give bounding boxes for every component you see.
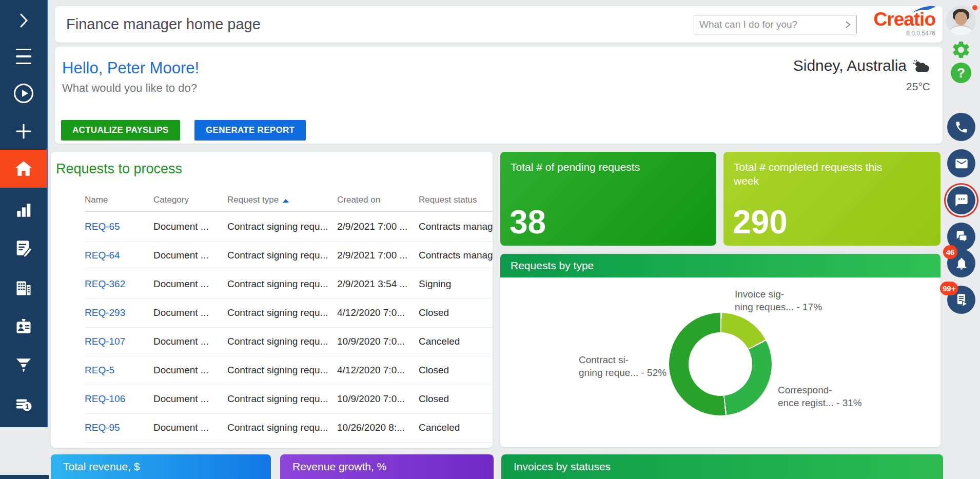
messages-icon [954,230,969,244]
header-divider [85,211,493,212]
request-link[interactable]: REQ-5 [85,365,114,375]
table-row[interactable]: REQ-107Document ...Contract signing requ… [51,327,493,356]
document-edit-icon [14,239,33,258]
column-header-name[interactable]: Name [85,191,149,209]
sidebar-run-process-button[interactable] [0,82,47,105]
help-icon: ? [957,65,965,81]
cell-request-status: Closed [419,356,493,385]
request-link[interactable]: REQ-95 [85,422,120,433]
cell-request-status: Closed [419,385,493,413]
column-header-category[interactable]: Category [153,191,224,209]
email-button[interactable] [947,149,975,177]
presence-dot [971,4,978,11]
weather-cloud-icon [912,59,930,72]
sidebar-expand-button[interactable] [0,9,47,32]
greeting-title: Hello, Peter Moore! [62,59,199,77]
creatio-logo: Creatio 8.0.0.5476 [864,10,935,37]
sidebar-item-finances[interactable]: 1 [0,392,47,416]
actualize-payslips-button[interactable]: ACTUALIZE PAYSLIPS [61,120,180,141]
phone-button[interactable] [947,113,975,141]
cell-category: Document ... [153,212,224,241]
run-process-icon [14,84,33,103]
request-link[interactable]: REQ-65 [85,221,120,232]
table-row[interactable]: REQ-106Document ...Contract signing requ… [51,385,493,413]
cell-request-type: Contract signing requ... [227,298,334,327]
generate-report-button[interactable]: GENERATE REPORT [194,120,306,141]
cell-created-on: 4/12/2020 7:0... [337,298,415,327]
sidebar-bottom-strip [0,475,49,479]
sidebar-menu-button[interactable] [0,46,47,67]
command-line[interactable] [694,15,857,34]
funnel-icon [14,356,33,374]
chat-button[interactable] [947,186,975,214]
table-row[interactable]: REQ-293Document ...Contract signing requ… [51,298,493,327]
revenue-growth-widget: Revenue growth, % [280,454,494,479]
sidebar-item-home[interactable] [0,150,47,188]
cell-request-status: Closed [419,298,493,327]
notifications-badge: 46 [943,245,957,259]
user-avatar[interactable] [946,6,976,35]
table-row[interactable]: REQ-362Document ...Contract signing requ… [51,270,493,298]
table-row[interactable]: REQ-65Document ...Contract signing requ.… [51,212,493,241]
coins-icon: 1 [13,394,34,414]
widget-title: Total revenue, $ [63,454,140,479]
sidebar-item-dashboards[interactable] [0,199,47,222]
kpi-title: Total # completed requests this week [734,160,908,188]
table-row[interactable]: REQ-5Document ...Contract signing requ..… [51,356,493,385]
cell-category: Document ... [153,241,224,270]
id-badge-icon [14,317,33,336]
column-header-request-status[interactable]: Request status [419,191,493,209]
greeting-subtitle: What would you like to do? [62,82,197,95]
request-link[interactable]: REQ-293 [85,307,125,318]
building-icon [14,279,33,297]
request-link[interactable]: REQ-64 [85,250,120,261]
cell-category: Document ... [153,413,224,442]
table-row[interactable]: REQ-95Document ...Contract signing requ.… [51,413,493,442]
request-link[interactable]: REQ-362 [85,278,125,289]
requests-to-process-widget: Requests to process Name Category Reques… [51,152,493,448]
sidebar-add-button[interactable] [0,121,47,142]
cell-request-status: Signing [419,270,493,298]
cell-category: Document ... [153,356,224,385]
request-link[interactable]: REQ-107 [85,336,125,347]
chevron-right-icon [844,21,851,29]
widget-header: Requests by type [500,254,940,277]
sidebar-item-funnel[interactable] [0,354,47,376]
table-row[interactable]: REQ-64Document ...Contract signing requ.… [51,241,493,270]
request-link[interactable]: REQ-106 [85,393,125,404]
cell-created-on: 2/9/2021 3:54 ... [337,270,415,298]
widget-title: Invoices by statuses [514,454,611,479]
sidebar-item-accounts[interactable] [0,277,47,300]
sidebar-accent-edge [47,0,48,427]
plus-icon [15,123,32,140]
email-icon [954,156,969,171]
command-line-run-button[interactable] [839,15,856,34]
table-header-row: Name Category Request type Created on Re… [51,191,493,209]
help-button[interactable]: ? [951,63,971,83]
logo-swoosh-icon [912,6,936,13]
cell-category: Document ... [153,270,224,298]
version-label: 8.0.0.5476 [864,30,935,37]
command-line-input[interactable] [694,19,839,30]
column-header-created-on[interactable]: Created on [337,191,415,209]
page-title: Finance manager home page [66,6,261,43]
settings-button[interactable] [951,39,971,62]
cell-category: Document ... [153,298,224,327]
pending-requests-kpi-tile: Total # of pending requests 38 [500,152,716,246]
sidebar-item-employees[interactable] [0,315,47,338]
menu-icon [16,49,31,50]
cell-request-status: Contracts manag [419,212,493,241]
top-bar: Finance manager home page Creatio 8.0.0.… [55,6,943,43]
cell-category: Document ... [153,385,224,413]
sidebar-item-contracts[interactable] [0,237,47,261]
widget-title: Requests by type [511,254,594,277]
column-header-request-type[interactable]: Request type [227,191,334,209]
cell-request-type: Contract signing requ... [227,212,334,241]
kpi-title: Total # of pending requests [511,160,640,174]
settings-gear-icon [951,39,971,60]
donut-label-contract: Contract si- gning reque... - 52% [579,353,667,379]
cell-request-status: Canceled [419,327,493,356]
widget-title: Revenue growth, % [292,454,386,479]
cell-request-type: Contract signing requ... [227,270,334,298]
requests-widget-title: Requests to process [56,161,182,177]
